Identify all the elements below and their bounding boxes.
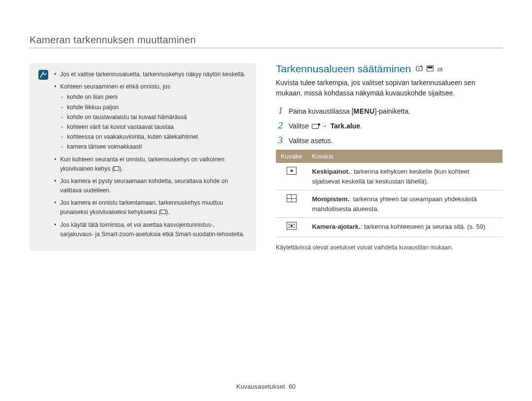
note-item: Jos et valitse tarkennusaluetta, tarkenn… xyxy=(54,70,247,79)
section-footnote: Käytettävissä olevat asetukset voivat va… xyxy=(276,244,502,251)
arrow-right-icon: → xyxy=(320,122,329,130)
note-box: Jos et valitse tarkennusaluetta, tarkenn… xyxy=(30,63,256,251)
focus-tracking-icon xyxy=(287,222,297,230)
two-column-layout: Jos et valitse tarkennusaluetta, tarkenn… xyxy=(30,63,502,251)
section-intro: Kuvista tulee tarkempia, jos valitset so… xyxy=(276,78,502,98)
footer-page-number: 60 xyxy=(289,383,296,390)
note-subitem: kohde on liian pieni xyxy=(60,93,247,102)
note-icon-wrap xyxy=(38,70,48,242)
svg-text:P: P xyxy=(418,67,420,70)
svg-rect-1 xyxy=(421,66,422,67)
left-column: Jos et valitse tarkennusaluetta, tarkenn… xyxy=(30,63,256,251)
focus-area-table: Kuvake Kuvaus Keskipainot.: tarkenna keh… xyxy=(276,150,502,237)
note-subitem: kohde liikkuu paljon xyxy=(60,103,247,112)
camera-icon xyxy=(312,124,319,129)
note-subitem: kohde on taustavalaistu tai kuvaat hämär… xyxy=(60,113,247,122)
title-divider xyxy=(30,48,502,48)
note-item: Jos kamera ei onnistu tarkentamaan, tark… xyxy=(54,198,247,217)
note-item: Jos käytät tätä toimintoa, et voi asetta… xyxy=(54,220,247,239)
mode-program-icon: P xyxy=(416,65,424,72)
note-icon xyxy=(38,70,48,80)
mode-dual-icon xyxy=(436,65,443,72)
frame-red-icon xyxy=(161,210,166,214)
mode-scene-icon xyxy=(427,65,433,72)
step-3: 3 Valitse asetus. xyxy=(276,135,502,146)
focus-multi-icon xyxy=(287,194,297,202)
table-header-icon: Kuvake xyxy=(276,150,307,163)
frame-white-icon xyxy=(114,166,119,171)
note-subitem: kohteessa on vaakakuviointia, kuten säle… xyxy=(60,132,247,142)
menu-glyph: MENU xyxy=(354,107,375,115)
svg-rect-4 xyxy=(428,66,432,68)
note-subitem: kohteen värit tai kuviot vastaavat taust… xyxy=(60,123,247,132)
note-item: Kun kohteen seuranta ei onnistu, tarkenn… xyxy=(54,155,247,174)
focus-center-icon xyxy=(287,167,297,175)
page-footer: Kuvausasetukset 60 xyxy=(0,383,532,390)
footer-section-name: Kuvausasetukset xyxy=(236,383,285,390)
note-subitem: kamera tärisee voimakkaasti xyxy=(60,142,247,152)
section-heading: Tarkennusalueen säätäminen P xyxy=(276,63,502,75)
step-2: 2 Valitse → Tark.alue. xyxy=(276,120,502,131)
table-row: Keskipainot.: tarkenna kehyksen keskelle… xyxy=(276,163,502,190)
step-number: 2 xyxy=(276,120,283,131)
note-body: Jos et valitse tarkennusaluetta, tarkenn… xyxy=(54,70,247,242)
table-header-desc: Kuvaus xyxy=(307,150,502,163)
step-number: 1 xyxy=(276,105,283,116)
page-title: Kameran tarkennuksen muuttaminen xyxy=(30,34,502,46)
note-item: Jos kamera ei pysty seuraamaan kohdetta,… xyxy=(54,177,247,195)
table-row: Monipistem.: tarkenna yhteen tai useampa… xyxy=(276,190,502,218)
step-number: 3 xyxy=(276,135,283,146)
mode-icons: P xyxy=(416,65,443,72)
table-row: Kamera-ajotark.: tarkenna kohteeseen ja … xyxy=(276,218,502,237)
note-item: Kohteen seuraaminen ei ehkä onnistu, jos… xyxy=(54,82,247,152)
right-column: Tarkennusalueen säätäminen P Kuvista tul… xyxy=(276,63,502,251)
step-1: 1 Paina kuvaustilassa [MENU]-painiketta. xyxy=(276,105,502,116)
steps-list: 1 Paina kuvaustilassa [MENU]-painiketta.… xyxy=(276,105,502,146)
